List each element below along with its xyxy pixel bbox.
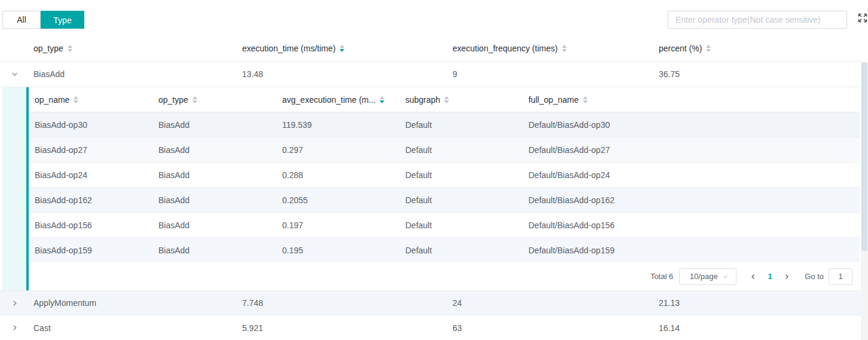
cell-op-type: BiasAdd <box>152 220 276 230</box>
operator-type-search-input[interactable] <box>668 11 847 29</box>
cell-op-name: BiasAdd-op30 <box>29 120 152 130</box>
header-percent[interactable]: percent (%) <box>659 44 861 53</box>
cell-avg-execution-time: 0.195 <box>276 246 399 255</box>
table-row-applymomentum: ApplyMomentum 7.748 24 21.13 <box>0 291 861 316</box>
cell-execution-frequency: 24 <box>453 298 659 308</box>
table-row: BiasAdd-op156 BiasAdd 0.197 Default Defa… <box>29 213 860 238</box>
cell-op-type: BiasAdd <box>152 246 276 255</box>
cell-percent: 21.13 <box>659 298 861 308</box>
header-subgraph[interactable]: subgraph <box>399 95 522 105</box>
header-avg-execution-time[interactable]: avg_execution_time (m... <box>276 95 399 105</box>
cell-op-type: BiasAdd <box>152 145 276 155</box>
header-op-type-label: op_type <box>33 44 63 53</box>
header-execution-frequency[interactable]: execution_frequency (times) <box>453 44 659 53</box>
table-row: BiasAdd-op159 BiasAdd 0.195 Default Defa… <box>29 238 860 263</box>
goto-label: Go to <box>805 272 824 281</box>
expanded-left-strip <box>2 87 26 290</box>
page-number-current[interactable]: 1 <box>762 272 778 281</box>
goto-page-input[interactable] <box>829 268 852 285</box>
cell-execution-frequency: 63 <box>453 323 659 333</box>
chevron-right-icon <box>11 299 19 307</box>
sort-caret-icon <box>74 96 78 103</box>
cell-avg-execution-time: 0.2055 <box>276 195 399 205</box>
sort-caret-icon <box>562 45 567 52</box>
next-page-button[interactable] <box>778 268 795 285</box>
cell-avg-execution-time: 119.539 <box>276 120 399 130</box>
sort-caret-icon <box>706 45 711 52</box>
cell-subgraph: Default <box>399 195 522 205</box>
table-row: BiasAdd-op24 BiasAdd 0.288 Default Defau… <box>29 163 860 188</box>
chevron-right-icon <box>11 324 19 332</box>
sort-caret-desc-icon <box>380 96 384 103</box>
table-row-cast: Cast 5.921 63 16.14 <box>0 316 861 340</box>
cell-execution-time: 13.48 <box>242 69 453 79</box>
sort-caret-icon <box>444 96 449 103</box>
expanded-detail-panel: op_name op_type avg_execution_time (m...… <box>0 87 861 291</box>
header-inner-op-type-label: op_type <box>158 95 188 105</box>
header-execution-time[interactable]: execution_time (ms/time) <box>242 44 453 53</box>
outer-table-header: op_type execution_time (ms/time) executi… <box>0 36 861 62</box>
sort-caret-icon <box>68 45 72 52</box>
sort-caret-desc-icon <box>340 45 344 52</box>
cell-op-type: BiasAdd <box>33 69 242 79</box>
fullscreen-icon[interactable] <box>857 13 868 23</box>
cell-avg-execution-time: 0.197 <box>276 220 399 230</box>
tab-type[interactable]: Type <box>41 11 84 29</box>
vertical-scrollbar-thumb[interactable] <box>861 62 867 251</box>
sort-caret-icon <box>583 96 588 103</box>
header-inner-op-type[interactable]: op_type <box>152 95 276 105</box>
table-row: BiasAdd-op162 BiasAdd 0.2055 Default Def… <box>29 188 860 213</box>
cell-full-op-name: Default/BiasAdd-op30 <box>522 120 860 130</box>
chevron-left-icon <box>750 273 757 280</box>
cell-op-name: BiasAdd-op24 <box>29 170 152 180</box>
vertical-scrollbar-track[interactable] <box>861 62 868 340</box>
cell-execution-time: 7.748 <box>242 298 453 308</box>
pagination-total: Total 6 <box>650 272 673 281</box>
cell-op-name: BiasAdd-op156 <box>29 220 152 230</box>
prev-page-button[interactable] <box>745 268 762 285</box>
chevron-down-icon <box>723 273 728 278</box>
cell-full-op-name: Default/BiasAdd-op159 <box>522 246 860 255</box>
cell-op-type: ApplyMomentum <box>33 298 242 308</box>
cell-subgraph: Default <box>399 145 522 155</box>
table-row: BiasAdd-op27 BiasAdd 0.297 Default Defau… <box>29 137 860 163</box>
table-row-biasadd: BiasAdd 13.48 9 36.75 <box>0 62 861 87</box>
cell-subgraph: Default <box>399 120 522 130</box>
header-execution-frequency-label: execution_frequency (times) <box>453 44 558 53</box>
cell-percent: 16.14 <box>659 323 861 333</box>
cell-subgraph: Default <box>399 246 522 255</box>
header-subgraph-label: subgraph <box>405 95 440 105</box>
cell-subgraph: Default <box>399 220 522 230</box>
expand-row-button[interactable] <box>0 299 33 307</box>
header-percent-label: percent (%) <box>659 44 702 53</box>
cell-execution-frequency: 9 <box>453 69 659 79</box>
header-op-name[interactable]: op_name <box>29 95 152 105</box>
header-full-op-name[interactable]: full_op_name <box>522 95 860 105</box>
chevron-down-icon <box>11 71 19 78</box>
cell-full-op-name: Default/BiasAdd-op27 <box>522 145 860 155</box>
page-size-value: 10/page <box>690 272 718 281</box>
cell-op-type: BiasAdd <box>152 195 276 205</box>
scope-tabs: All Type <box>2 11 84 29</box>
inner-table: op_name op_type avg_execution_time (m...… <box>29 87 860 290</box>
tab-all[interactable]: All <box>2 11 41 29</box>
page-size-select[interactable]: 10/page <box>679 268 736 285</box>
expand-row-button[interactable] <box>0 324 33 332</box>
cell-op-name: BiasAdd-op159 <box>29 246 152 255</box>
inner-table-header: op_name op_type avg_execution_time (m...… <box>29 87 860 112</box>
cell-op-type: Cast <box>33 323 242 333</box>
cell-full-op-name: Default/BiasAdd-op162 <box>522 195 860 205</box>
operator-profiler-view: All Type op_type execution_time (ms/time… <box>0 0 868 340</box>
cell-percent: 36.75 <box>659 69 861 79</box>
cell-subgraph: Default <box>399 170 522 180</box>
pagination: Total 6 10/page 1 Go to <box>29 262 860 290</box>
collapse-row-button[interactable] <box>0 71 33 78</box>
cell-op-name: BiasAdd-op27 <box>29 145 152 155</box>
header-op-type[interactable]: op_type <box>33 44 242 53</box>
cell-execution-time: 5.921 <box>242 323 453 333</box>
header-avg-execution-time-label: avg_execution_time (m... <box>282 95 375 105</box>
header-full-op-name-label: full_op_name <box>528 95 579 105</box>
cell-op-type: BiasAdd <box>152 120 276 130</box>
cell-full-op-name: Default/BiasAdd-op156 <box>522 220 860 230</box>
header-op-name-label: op_name <box>35 95 69 105</box>
